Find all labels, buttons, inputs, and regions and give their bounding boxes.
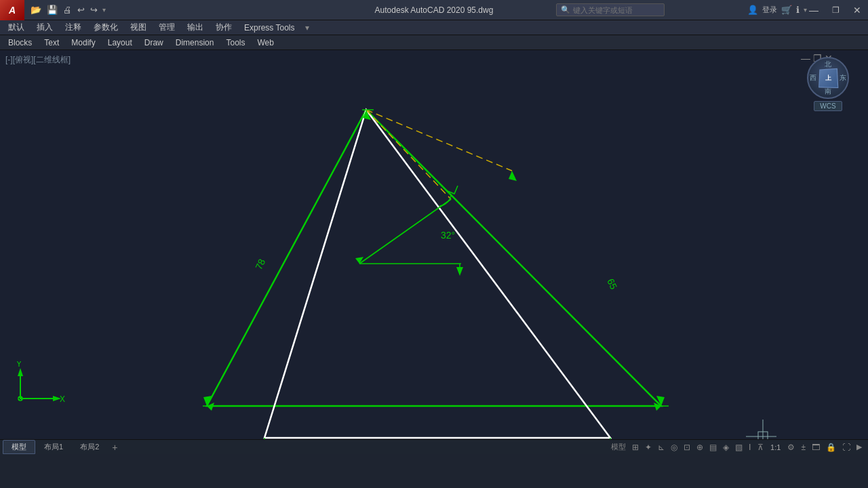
model-icon[interactable]: 模型	[609, 441, 628, 453]
customize-icon[interactable]: ▶	[854, 442, 864, 452]
drawing-canvas[interactable]: 32° 78 65 80	[0, 50, 868, 439]
statusbar: 模型 布局1 布局2 + 模型 ⊞ ✦ ⊾ ◎ ⊡ ⊕ ▤ ◈ ▧ Ⅰ ⊼ 1:…	[0, 439, 868, 454]
main-drawing-area[interactable]: [-][俯视][二维线框] — ❐ ✕ 32°	[0, 50, 868, 439]
menu-text[interactable]: Text	[39, 37, 64, 49]
search-input[interactable]	[573, 6, 654, 14]
ortho-icon[interactable]: ⊾	[656, 442, 667, 453]
undo-icon[interactable]: ↩	[75, 3, 87, 16]
title-text: Autodesk AutoCAD 2020 95.dwg	[375, 5, 494, 15]
compass-widget[interactable]: 北 南 西 东 上 WCS	[807, 57, 849, 111]
svg-marker-31	[18, 368, 23, 376]
annotate-icon[interactable]: Ⅰ	[747, 442, 753, 453]
toolbar-icons: 📂 💾 🖨 ↩ ↪ ▾	[24, 3, 111, 16]
menu-output[interactable]: 输出	[182, 20, 209, 35]
lwt-icon[interactable]: ▤	[707, 442, 719, 453]
search-icon: 🔍	[561, 5, 570, 14]
annotate-scale-icon[interactable]: ⊼	[755, 442, 766, 453]
menu-modify[interactable]: Modify	[66, 37, 100, 49]
cart-icon[interactable]: 🛒	[781, 5, 792, 15]
status-tabs: 模型 布局1 布局2 +	[0, 440, 124, 454]
lock-icon[interactable]: 🔒	[824, 442, 838, 453]
svg-marker-8	[456, 267, 463, 276]
svg-marker-0	[207, 110, 661, 406]
network-icon[interactable]: 👤	[747, 5, 758, 15]
menu-tools[interactable]: Tools	[220, 37, 250, 49]
snap-icon[interactable]: ✦	[643, 442, 654, 453]
info-icon[interactable]: ℹ	[796, 5, 800, 15]
svg-text:Y: Y	[16, 361, 22, 369]
svg-text:78: 78	[253, 257, 267, 271]
workspace-icon[interactable]: 🗖	[810, 442, 822, 453]
minimize-button[interactable]: —	[803, 0, 825, 20]
redo-icon[interactable]: ↪	[88, 3, 100, 16]
menu-collaborate[interactable]: 协作	[210, 20, 237, 35]
svg-line-2	[366, 110, 451, 199]
compass-cube[interactable]: 上	[818, 68, 838, 88]
menubar1: 默认 插入 注释 参数化 视图 管理 输出 协作 Express Tools ▾	[0, 20, 868, 35]
login-button[interactable]: 登录	[762, 5, 777, 15]
search-bar[interactable]: 🔍	[556, 3, 665, 16]
menu-web[interactable]: Web	[252, 37, 279, 49]
svg-marker-14	[509, 171, 517, 181]
menu-layout[interactable]: Layout	[102, 37, 138, 49]
transparency-icon[interactable]: ◈	[721, 442, 731, 453]
svg-line-5	[359, 199, 451, 264]
menu-default[interactable]: 默认	[3, 20, 30, 35]
titlebar-right: 👤 登录 🛒 ℹ ▾	[747, 5, 807, 15]
autocad-logo[interactable]: A	[0, 0, 24, 20]
save-icon[interactable]: 💾	[45, 3, 60, 16]
status-icons: 模型 ⊞ ✦ ⊾ ◎ ⊡ ⊕ ▤ ◈ ▧ Ⅰ ⊼ 1:1 ⚙ ± 🗖 🔒 ⛶ ▶	[609, 441, 868, 453]
add-layout-button[interactable]: +	[108, 441, 121, 453]
ucs-indicator: Y X	[7, 361, 68, 405]
menu-draw[interactable]: Draw	[139, 37, 169, 49]
svg-text:X: X	[60, 394, 65, 404]
menu-view[interactable]: 视图	[125, 20, 152, 35]
grid-icon[interactable]: ⊞	[630, 442, 641, 453]
compass-circle[interactable]: 北 南 西 东 上	[807, 57, 849, 99]
compass-north: 北	[825, 60, 831, 69]
menu-parametric[interactable]: 参数化	[88, 20, 123, 35]
svg-text:32°: 32°	[441, 230, 455, 241]
compass-south: 南	[825, 87, 831, 96]
menubar2: Blocks Text Modify Layout Draw Dimension…	[0, 35, 868, 50]
wcs-badge[interactable]: WCS	[814, 101, 842, 111]
menu-express-tools[interactable]: Express Tools	[239, 22, 300, 34]
titlebar: A 📂 💾 🖨 ↩ ↪ ▾ Autodesk AutoCAD 2020 95.d…	[0, 0, 868, 20]
otrack-icon[interactable]: ⊕	[694, 442, 705, 453]
tab-layout2[interactable]: 布局2	[72, 441, 107, 453]
scale-label[interactable]: 1:1	[768, 443, 783, 452]
plus-icon[interactable]: ±	[799, 442, 808, 453]
restore-button[interactable]: ❐	[825, 0, 846, 20]
menu-more-dropdown[interactable]: ▾	[301, 22, 313, 34]
svg-marker-1	[264, 110, 610, 438]
view-label: [-][俯视][二维线框]	[5, 54, 71, 66]
menu-annotation[interactable]: 注释	[60, 20, 87, 35]
menu-manage[interactable]: 管理	[153, 20, 180, 35]
svg-marker-6	[355, 257, 363, 264]
compass-east: 东	[840, 73, 846, 83]
osnap-icon[interactable]: ⊡	[682, 442, 692, 453]
menu-insert[interactable]: 插入	[31, 20, 58, 35]
menu-dimension[interactable]: Dimension	[170, 37, 220, 49]
open-icon[interactable]: 📂	[28, 3, 43, 16]
tab-layout1[interactable]: 布局1	[36, 441, 71, 453]
polar-icon[interactable]: ◎	[669, 442, 679, 453]
window-controls: — ❐ ✕	[803, 0, 868, 20]
tab-model[interactable]: 模型	[3, 440, 35, 454]
compass-west: 西	[810, 73, 816, 83]
toolbar-dropdown-icon[interactable]: ▾	[101, 5, 107, 15]
fullscreen-icon[interactable]: ⛶	[840, 442, 852, 453]
settings-icon[interactable]: ⚙	[785, 442, 797, 453]
close-button[interactable]: ✕	[846, 0, 868, 20]
menu-blocks[interactable]: Blocks	[3, 37, 37, 49]
selection-icon[interactable]: ▧	[733, 442, 745, 453]
svg-text:65: 65	[605, 277, 619, 291]
print-icon[interactable]: 🖨	[61, 3, 74, 16]
